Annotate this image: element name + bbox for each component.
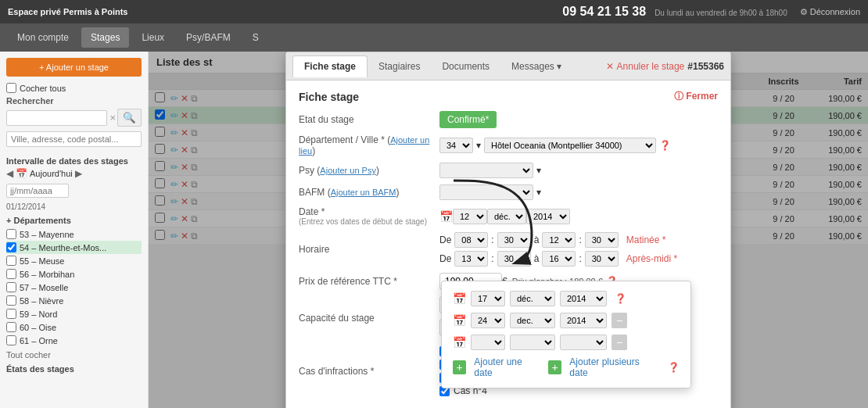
search-input[interactable] xyxy=(6,110,107,126)
search-clear-icon[interactable]: × xyxy=(109,112,116,123)
etat-label: Etat du stage xyxy=(299,114,439,125)
popup-cal-icon-2: 📅 xyxy=(453,314,466,327)
popup-add-dates-help[interactable]: ❓ xyxy=(668,362,680,373)
h-a2-min-select[interactable]: 30 xyxy=(585,251,619,267)
h-a1-select[interactable]: 12 xyxy=(542,232,576,248)
page-layout: + Ajouter un stage Cocher tous Recherche… xyxy=(0,52,868,408)
modal-overlay: Fiche stage Stagiaires Documents Message… xyxy=(149,52,868,408)
close-modal-btn[interactable]: ⓘ Fermer xyxy=(674,90,718,103)
horaire-label: Horaire xyxy=(299,244,439,255)
psy-row: Psy (Ajouter un Psy) ▾ xyxy=(299,163,718,178)
date-prev[interactable]: ◀ xyxy=(6,168,13,179)
date-popup-row3: 📅 − xyxy=(453,335,680,350)
intervalle-label[interactable]: Intervalle de dates des stages xyxy=(6,156,142,166)
dept-item-61[interactable]: 61 – Orne xyxy=(6,334,142,347)
date-label: Date * (Entrez vos dates de début de sta… xyxy=(299,206,439,226)
etat-confirmed-btn[interactable]: Confirmé* xyxy=(439,111,497,128)
nav-lieux[interactable]: Lieux xyxy=(132,27,174,48)
date-calendar-icon[interactable]: 📅 xyxy=(16,168,27,179)
dept-item-55[interactable]: 55 – Meuse xyxy=(6,254,142,267)
tab-fiche-stage[interactable]: Fiche stage xyxy=(292,55,368,77)
dept-item-54[interactable]: 54 – Meurthe-et-Mos... xyxy=(6,241,142,254)
popup-remove2-btn[interactable]: − xyxy=(612,313,627,328)
popup-add-date-btn[interactable]: + xyxy=(453,360,466,374)
tout-cocher[interactable]: Tout cocher xyxy=(6,350,142,360)
dept-section-title[interactable]: + Départements xyxy=(6,216,142,225)
dept-item-59[interactable]: 59 – Nord xyxy=(6,307,142,320)
aprem-label: Après-midi * xyxy=(626,253,677,264)
ajouter-une-date-link[interactable]: Ajouter une date xyxy=(474,356,540,378)
popup-day3-select[interactable] xyxy=(471,335,505,350)
h-a1-min-select[interactable]: 30 xyxy=(585,232,619,248)
date-calendar-icon[interactable]: 📅 xyxy=(439,210,453,223)
search-box: × 🔍 xyxy=(6,109,142,127)
date-next[interactable]: ▶ xyxy=(75,168,82,179)
popup-year3-select[interactable] xyxy=(560,335,607,350)
h-de1-select[interactable]: 08 xyxy=(454,232,488,248)
bafm-select[interactable] xyxy=(439,184,533,200)
date-input[interactable] xyxy=(6,184,69,198)
dept-item-53[interactable]: 53 – Mayenne xyxy=(6,227,142,241)
h-a2-select[interactable]: 16 xyxy=(542,251,576,267)
dept-select[interactable]: 34 xyxy=(439,138,473,153)
popup-day1-select[interactable]: 17 xyxy=(471,291,505,306)
prix-label: Prix de référence TTC * xyxy=(299,276,439,287)
psy-select[interactable] xyxy=(439,163,533,178)
popup-month1-select[interactable]: déc. xyxy=(510,291,555,306)
tab-documents[interactable]: Documents xyxy=(431,56,500,77)
cocher-tous-checkbox[interactable] xyxy=(6,83,16,93)
bafm-label: BAFM (Ajouter un BAFM) xyxy=(299,187,439,198)
popup-month3-select[interactable] xyxy=(510,335,555,350)
dept-item-60[interactable]: 60 – Oise xyxy=(6,320,142,334)
tab-messages[interactable]: Messages ▾ xyxy=(500,56,572,77)
etats-label[interactable]: États des stages xyxy=(6,364,142,374)
dept-item-57[interactable]: 57 – Moselle xyxy=(6,281,142,294)
cas-label: Cas d'infractions * xyxy=(299,366,439,377)
logout-btn[interactable]: ⚙ Déconnexion xyxy=(800,7,860,17)
search-label: Rechercher xyxy=(6,96,142,106)
date-year-select[interactable]: 2014 xyxy=(526,209,570,224)
ajouter-psy-link[interactable]: Ajouter un Psy xyxy=(320,166,376,175)
nav-stages[interactable]: Stages xyxy=(81,27,129,48)
lieu-select[interactable]: Hôtel Oceania (Montpellier 34000) xyxy=(484,138,656,153)
nav-s[interactable]: S xyxy=(243,27,268,48)
date-picker-popup: 📅 17 déc. 2014 ❓ 📅 24 dec. 2014 − xyxy=(441,281,691,388)
capacite-label: Capacité du stage xyxy=(299,313,439,324)
dept-item-58[interactable]: 58 – Nièvre xyxy=(6,294,142,307)
secondary-nav: Mon compte Stages Lieux Psy/BAFM S xyxy=(0,23,868,52)
date-month-select[interactable]: déc. xyxy=(487,209,526,224)
search-button[interactable]: 🔍 xyxy=(117,109,142,127)
popup-add-dates-btn[interactable]: + xyxy=(548,360,561,374)
date-day-select[interactable]: 12 xyxy=(453,209,487,224)
cancel-icon: ✕ xyxy=(606,61,614,72)
main-content: Liste des st Inscrits Tarif ✏✕⧉9 / 20190… xyxy=(149,52,868,408)
cancel-stage-btn[interactable]: ✕ Annuler le stage #155366 xyxy=(606,61,724,72)
popup-remove3-btn[interactable]: − xyxy=(612,335,627,350)
cocher-tous-label: Cocher tous xyxy=(20,84,66,93)
ville-input[interactable] xyxy=(6,131,142,147)
nav-mon-compte[interactable]: Mon compte xyxy=(8,27,78,48)
time-value: 09 54 21 15 38 xyxy=(562,5,646,18)
nav-psy-bafm[interactable]: Psy/BAFM xyxy=(177,27,240,48)
h-de2-select[interactable]: 13 xyxy=(454,251,488,267)
ajouter-bafm-link[interactable]: Ajouter un BAFM xyxy=(331,188,396,197)
h-de1-min-select[interactable]: 30 xyxy=(497,232,531,248)
horaire-row: Horaire De 08 : 30 à 12 : 30 xyxy=(299,232,718,267)
add-stage-button[interactable]: + Ajouter un stage xyxy=(6,58,142,77)
h-de2-min-select[interactable]: 30 xyxy=(497,251,531,267)
date-row: Date * (Entrez vos dates de début de sta… xyxy=(299,206,718,226)
popup-help-icon-1[interactable]: ❓ xyxy=(615,293,626,304)
dept-item-56[interactable]: 56 – Morbihan xyxy=(6,267,142,281)
app-title: Espace privé Permis à Points xyxy=(8,7,127,16)
dept-help-icon[interactable]: ❓ xyxy=(659,140,671,151)
tab-stagiaires[interactable]: Stagiaires xyxy=(368,56,431,77)
ajouter-plusieurs-date-link[interactable]: Ajouter plusieurs date xyxy=(569,356,657,378)
top-nav: Espace privé Permis à Points 09 54 21 15… xyxy=(0,0,868,23)
popup-cal-icon-3: 📅 xyxy=(453,336,466,349)
popup-year2-select[interactable]: 2014 xyxy=(560,313,607,328)
popup-day2-select[interactable]: 24 xyxy=(471,313,505,328)
dept-list: 53 – Mayenne 54 – Meurthe-et-Mos... 55 –… xyxy=(6,227,142,347)
popup-year1-select[interactable]: 2014 xyxy=(560,291,607,306)
time-display: 09 54 21 15 38 Du lundi au vendredi de 9… xyxy=(562,5,787,19)
popup-month2-select[interactable]: dec. xyxy=(510,313,555,328)
